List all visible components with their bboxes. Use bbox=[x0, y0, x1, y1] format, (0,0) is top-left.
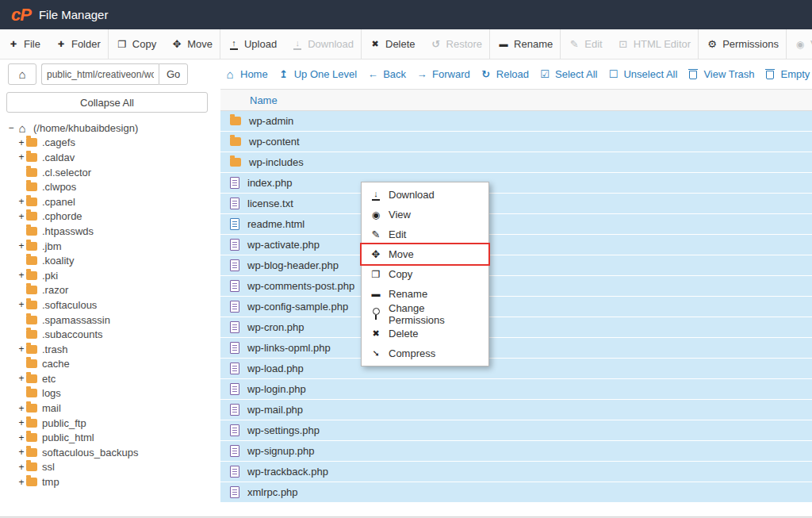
tree-item[interactable]: + .softaculous bbox=[6, 297, 208, 313]
expand-icon[interactable]: + bbox=[17, 197, 26, 206]
context-menu-item[interactable]: Move bbox=[362, 244, 488, 264]
toolbar-button[interactable]: Folder bbox=[48, 29, 108, 59]
home-icon bbox=[16, 68, 29, 80]
nav-link[interactable]: Empty Trash bbox=[764, 68, 812, 80]
context-menu-item[interactable]: Download bbox=[362, 185, 488, 205]
file-row[interactable]: wp-login.php bbox=[220, 379, 812, 399]
context-menu-item[interactable]: Copy bbox=[362, 264, 488, 284]
file-row[interactable]: wp-comments-post.php bbox=[220, 276, 812, 296]
tree-item[interactable]: .razor bbox=[6, 283, 208, 298]
tree-item[interactable]: + etc bbox=[6, 371, 208, 386]
file-row[interactable]: wp-activate.php bbox=[220, 235, 812, 255]
tree-root[interactable]: − (/home/khubaibdesign) bbox=[6, 121, 208, 136]
expand-icon[interactable]: + bbox=[17, 138, 26, 148]
file-row[interactable]: wp-settings.php bbox=[220, 420, 812, 440]
expand-icon[interactable]: + bbox=[17, 478, 26, 487]
tree-item[interactable]: + .cagefs bbox=[6, 136, 208, 151]
go-button[interactable]: Go bbox=[159, 63, 188, 85]
file-row[interactable]: wp-signup.php bbox=[220, 441, 812, 461]
expand-icon[interactable]: + bbox=[17, 374, 26, 383]
file-row[interactable]: xmlrpc.php bbox=[220, 482, 812, 502]
nav-link[interactable]: Up One Level bbox=[278, 68, 358, 80]
toolbar-button[interactable]: Rename bbox=[489, 29, 560, 59]
file-row[interactable]: index.php bbox=[220, 173, 812, 193]
toolbar-button[interactable]: View bbox=[786, 29, 812, 59]
expand-icon[interactable]: + bbox=[17, 462, 26, 472]
tree-item[interactable]: .koality bbox=[6, 253, 208, 268]
file-row[interactable]: wp-config-sample.php bbox=[220, 297, 812, 317]
tree-item[interactable]: + tmp bbox=[6, 474, 208, 489]
tree-item-label: public_html bbox=[42, 432, 94, 443]
tree-item[interactable]: + .trash bbox=[6, 342, 208, 357]
file-row[interactable]: wp-links-opml.php bbox=[220, 338, 812, 358]
home-button[interactable] bbox=[8, 63, 36, 85]
tree-item[interactable]: + softaculous_backups bbox=[6, 445, 208, 460]
expand-icon[interactable]: + bbox=[17, 241, 26, 251]
tree-item[interactable]: .cl.selector bbox=[6, 165, 208, 180]
tree-item[interactable]: + mail bbox=[6, 401, 208, 416]
context-menu-item[interactable]: Edit bbox=[362, 224, 488, 244]
context-menu-item[interactable]: Delete bbox=[362, 324, 488, 343]
file-row[interactable]: wp-cron.php bbox=[220, 317, 812, 337]
expand-icon[interactable]: + bbox=[17, 344, 26, 354]
nav-link[interactable]: Reload bbox=[480, 68, 529, 80]
toolbar-button[interactable]: Edit bbox=[560, 29, 609, 59]
expand-icon[interactable]: + bbox=[17, 152, 26, 162]
file-row[interactable]: wp-content bbox=[220, 132, 812, 152]
expand-icon[interactable]: + bbox=[17, 212, 26, 221]
context-menu-item[interactable]: Change Permissions bbox=[362, 304, 488, 324]
file-row[interactable]: wp-trackback.php bbox=[220, 462, 812, 482]
toolbar-button[interactable]: Delete bbox=[361, 29, 423, 59]
expand-icon[interactable]: + bbox=[17, 404, 26, 413]
toolbar-button[interactable]: Permissions bbox=[698, 29, 786, 59]
nav-link[interactable]: Forward bbox=[416, 68, 470, 80]
tree-item[interactable]: logs bbox=[6, 386, 208, 401]
tree-item[interactable]: + .cpanel bbox=[6, 194, 208, 209]
toolbar-button[interactable]: Restore bbox=[423, 29, 490, 59]
expand-icon[interactable]: + bbox=[17, 433, 26, 443]
file-row[interactable]: wp-admin bbox=[220, 111, 812, 131]
file-row[interactable]: license.txt bbox=[220, 194, 812, 213]
tree-item[interactable]: + .cphorde bbox=[6, 209, 208, 224]
toolbar-button[interactable]: Upload bbox=[220, 29, 284, 59]
tree-item[interactable]: + .jbm bbox=[6, 239, 208, 254]
tree-item[interactable]: cache bbox=[6, 357, 208, 372]
context-menu-item[interactable]: Compress bbox=[362, 343, 488, 363]
tree-item[interactable]: .clwpos bbox=[6, 179, 208, 194]
tree-item[interactable]: + public_ftp bbox=[6, 416, 208, 431]
collapse-all-button[interactable]: Collapse All bbox=[6, 92, 208, 113]
toolbar-button[interactable]: Move bbox=[163, 29, 220, 59]
path-input[interactable] bbox=[41, 63, 159, 85]
collapse-icon[interactable]: − bbox=[6, 123, 16, 132]
expand-icon[interactable]: + bbox=[17, 300, 26, 309]
tree-item[interactable]: .subaccounts bbox=[6, 327, 208, 342]
toolbar-button[interactable]: HTML Editor bbox=[610, 29, 698, 59]
tree-item[interactable]: + public_html bbox=[6, 430, 208, 445]
tree-item[interactable]: + ssl bbox=[6, 460, 208, 475]
tree-item[interactable]: + .caldav bbox=[6, 150, 208, 165]
nav-link[interactable]: Select All bbox=[538, 68, 597, 80]
expand-icon[interactable]: + bbox=[17, 418, 26, 428]
expand-icon[interactable]: + bbox=[17, 271, 26, 280]
nav-link[interactable]: Back bbox=[366, 68, 406, 80]
file-row[interactable]: readme.html bbox=[220, 214, 812, 234]
nav-link[interactable]: View Trash bbox=[687, 68, 754, 80]
name-column-header[interactable]: Name bbox=[250, 94, 278, 106]
file-row[interactable]: wp-includes bbox=[220, 152, 812, 172]
nav-link-label: Back bbox=[383, 68, 406, 80]
tree-item[interactable]: + .pki bbox=[6, 268, 208, 283]
nav-link[interactable]: Unselect All bbox=[607, 68, 677, 80]
context-menu-item[interactable]: Rename bbox=[362, 284, 488, 304]
file-row[interactable]: wp-load.php bbox=[220, 359, 812, 378]
toolbar-button[interactable]: File bbox=[0, 29, 48, 59]
tree-item-label: public_ftp bbox=[42, 417, 86, 429]
file-row[interactable]: wp-blog-header.php bbox=[220, 255, 812, 275]
expand-icon[interactable]: + bbox=[17, 447, 26, 457]
tree-item[interactable]: .htpasswds bbox=[6, 224, 208, 239]
toolbar-button[interactable]: Copy bbox=[108, 29, 163, 59]
context-menu-item[interactable]: View bbox=[362, 205, 488, 224]
toolbar-button[interactable]: Download bbox=[284, 29, 361, 59]
nav-link[interactable]: Home bbox=[224, 68, 268, 80]
tree-item[interactable]: .spamassassin bbox=[6, 313, 208, 328]
file-row[interactable]: wp-mail.php bbox=[220, 400, 812, 420]
